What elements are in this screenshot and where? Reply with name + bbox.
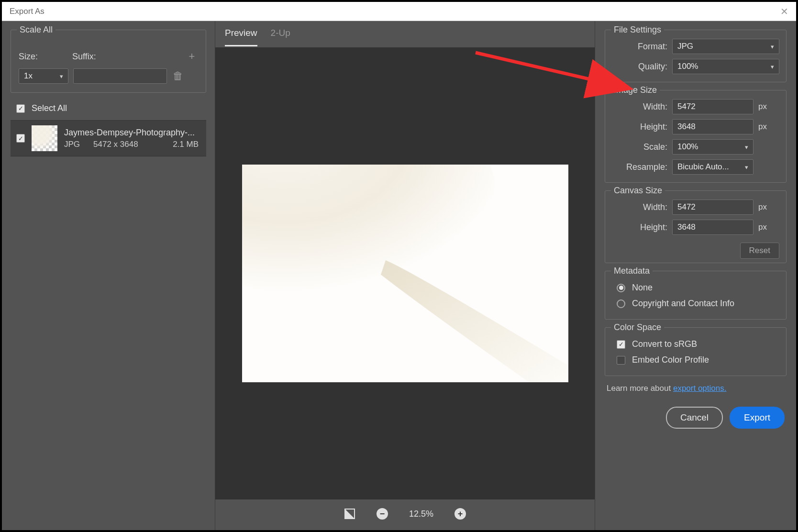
dialog-buttons: Cancel Export [605,407,787,429]
chevron-down-icon: ▾ [60,73,63,80]
export-options-link[interactable]: export options. [673,384,727,393]
file-settings-legend: File Settings [611,25,664,35]
select-all-label: Select All [32,103,67,113]
convert-srgb-checkbox[interactable]: ✓ [617,340,625,349]
file-format: JPG [64,140,80,149]
canvas-height-input[interactable] [672,220,754,235]
close-icon[interactable]: ✕ [780,6,788,17]
scale-value: 100% [677,142,698,152]
suffix-input[interactable] [73,68,167,84]
unit-px: px [758,102,771,111]
size-label: Size: [19,52,66,62]
embed-profile-checkbox[interactable] [617,356,625,365]
chevron-down-icon: ▾ [745,144,748,151]
canvas-width-label: Width: [612,202,667,212]
file-checkbox[interactable]: ✓ [16,134,25,143]
metadata-copyright-radio[interactable] [617,299,625,308]
image-width-input[interactable] [672,99,754,114]
image-size-legend: Image Size [611,85,660,95]
file-dimensions: 5472 x 3648 [93,140,138,149]
tab-preview[interactable]: Preview [225,28,257,46]
file-name: Jaymes-Dempsey-Photography-... [64,128,200,138]
size-select[interactable]: 1x ▾ [19,68,68,84]
metadata-group: Metadata None Copyright and Contact Info [605,271,787,320]
cancel-button[interactable]: Cancel [666,407,723,429]
chevron-down-icon: ▾ [771,63,774,70]
file-meta: Jaymes-Dempsey-Photography-... JPG 5472 … [64,128,200,149]
suffix-label: Suffix: [72,52,180,62]
learn-more-text: Learn more about export options. [607,384,785,393]
format-label: Format: [612,42,667,52]
format-select[interactable]: JPG ▾ [672,39,779,54]
scale-all-legend: Scale All [17,25,55,35]
color-space-legend: Color Space [611,322,664,332]
metadata-none-label: None [632,283,653,293]
embed-profile-label: Embed Color Profile [632,355,709,365]
add-scale-icon[interactable]: + [186,50,198,63]
unit-px: px [758,222,771,232]
zoom-level: 12.5% [409,509,433,519]
resample-value: Bicubic Auto... [677,162,729,172]
color-space-group: Color Space ✓ Convert to sRGB Embed Colo… [605,327,787,376]
quality-value: 100% [677,62,698,71]
canvas-size-legend: Canvas Size [611,186,665,196]
export-button[interactable]: Export [730,407,785,429]
unit-px: px [758,122,771,132]
quality-label: Quality: [612,62,667,72]
convert-srgb-label: Convert to sRGB [632,339,697,349]
file-size: 2.1 MB [173,140,199,149]
select-all-row: ✓ Select All [11,97,206,120]
scale-select[interactable]: 100% ▾ [672,139,754,155]
title-bar: Export As ✕ [2,2,796,21]
scale-all-group: Scale All Size: Suffix: + 1x ▾ 🗑 [11,30,206,93]
metadata-legend: Metadata [611,266,653,276]
metadata-copyright-label: Copyright and Contact Info [632,299,734,309]
size-value: 1x [24,71,33,81]
window-title: Export As [10,7,44,16]
file-thumbnail [32,125,57,151]
format-value: JPG [677,42,693,51]
metadata-none-radio[interactable] [617,284,625,292]
preview-tabs: Preview 2-Up [215,21,595,46]
chevron-down-icon: ▾ [745,164,748,171]
image-height-input[interactable] [672,119,754,134]
unit-px: px [758,202,771,212]
zoom-out-icon[interactable]: − [377,508,388,520]
chevron-down-icon: ▾ [771,43,774,50]
right-panel: File Settings Format: JPG ▾ Quality: 100… [595,21,796,530]
width-label: Width: [612,102,667,112]
file-list-item[interactable]: ✓ Jaymes-Dempsey-Photography-... JPG 547… [11,120,206,156]
scale-label: Scale: [612,142,667,152]
reset-button[interactable]: Reset [740,243,779,259]
preview-area[interactable] [215,47,595,499]
contrast-icon[interactable] [344,508,355,520]
left-panel: Scale All Size: Suffix: + 1x ▾ 🗑 ✓ S [2,21,215,530]
tab-2up[interactable]: 2-Up [271,28,290,46]
canvas-size-group: Canvas Size Width: px Height: px Reset [605,190,787,263]
zoom-in-icon[interactable]: + [454,508,466,520]
resample-select[interactable]: Bicubic Auto... ▾ [672,159,754,175]
center-panel: Preview 2-Up [215,21,595,530]
quality-select[interactable]: 100% ▾ [672,59,779,74]
select-all-checkbox[interactable]: ✓ [16,104,25,113]
zoom-toolbar: − 12.5% + [215,499,595,530]
delete-scale-icon[interactable]: 🗑 [172,70,184,82]
resample-label: Resample: [612,162,667,172]
image-size-group: Image Size Width: px Height: px Scale: 1… [605,90,787,183]
canvas-width-input[interactable] [672,200,754,215]
height-label: Height: [612,122,667,132]
preview-image [242,165,568,382]
canvas-height-label: Height: [612,222,667,233]
file-settings-group: File Settings Format: JPG ▾ Quality: 100… [605,30,787,82]
